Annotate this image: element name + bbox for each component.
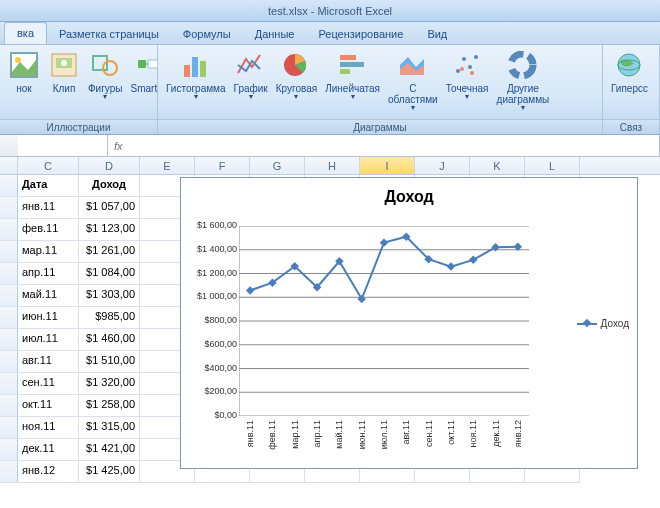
col-header-D[interactable]: D: [79, 157, 140, 174]
group-label-illustrations: Иллюстрации: [0, 119, 157, 134]
col-header-J[interactable]: J: [415, 157, 470, 174]
svg-rect-40: [357, 295, 365, 303]
tab-view[interactable]: Вид: [415, 24, 459, 44]
x-tick-label: окт.11: [446, 420, 456, 445]
ribbon-tabs: вка Разметка страницы Формулы Данные Рец…: [0, 22, 660, 45]
x-tick-label: авг.11: [401, 420, 411, 444]
dropdown-icon: ▾: [521, 105, 525, 111]
svg-point-6: [103, 61, 117, 75]
ribbon: нок Клип Фигуры ▾ SmartArt Иллюстрации Г…: [0, 45, 660, 135]
y-tick-label: $0,00: [181, 410, 237, 420]
svg-rect-13: [340, 55, 356, 60]
pie-chart-button[interactable]: Круговая ▾: [272, 47, 321, 102]
col-header-E[interactable]: E: [140, 157, 195, 174]
formula-bar: fx: [0, 135, 660, 157]
globe-icon: [613, 49, 645, 81]
y-tick-label: $1 000,00: [181, 291, 237, 301]
worksheet[interactable]: CDEFGHIJKL ДатаДоходянв.11$1 057,00фев.1…: [0, 157, 660, 508]
bar-chart-icon: [337, 49, 369, 81]
col-header-H[interactable]: H: [305, 157, 360, 174]
picture-button[interactable]: нок: [4, 47, 44, 96]
y-tick-label: $1 600,00: [181, 220, 237, 230]
y-tick-label: $600,00: [181, 339, 237, 349]
x-tick-label: янв.11: [245, 420, 255, 447]
line-chart-icon: [235, 49, 267, 81]
pie-chart-icon: [280, 49, 312, 81]
legend-label: Доход: [601, 318, 629, 329]
other-charts-icon: [507, 49, 539, 81]
smartart-button[interactable]: SmartArt: [126, 47, 158, 96]
clip-button[interactable]: Клип: [44, 47, 84, 96]
column-chart-icon: [180, 49, 212, 81]
other-charts-button[interactable]: Другие диаграммы ▾: [493, 47, 554, 113]
svg-rect-44: [447, 262, 455, 270]
tab-data[interactable]: Данные: [243, 24, 307, 44]
svg-rect-9: [184, 65, 190, 77]
column-chart-button[interactable]: Гистограмма ▾: [162, 47, 230, 102]
group-links: Гиперсс Связ: [603, 45, 660, 134]
col-header-I[interactable]: I: [360, 157, 415, 174]
x-tick-label: янв.12: [513, 420, 523, 447]
col-header-C[interactable]: C: [18, 157, 79, 174]
y-tick-label: $200,00: [181, 386, 237, 396]
group-label-charts: Диаграммы: [158, 119, 602, 134]
svg-point-21: [470, 71, 474, 75]
picture-icon: [8, 49, 40, 81]
col-header-K[interactable]: K: [470, 157, 525, 174]
svg-rect-35: [246, 286, 254, 294]
x-tick-label: сен.11: [424, 420, 434, 447]
col-header-G[interactable]: G: [250, 157, 305, 174]
x-tick-label: июл.11: [379, 420, 389, 449]
chart-legend: Доход: [577, 318, 629, 329]
svg-rect-14: [340, 62, 364, 67]
col-header-F[interactable]: F: [195, 157, 250, 174]
svg-point-20: [460, 67, 464, 71]
svg-rect-8: [148, 60, 158, 68]
svg-rect-41: [380, 238, 388, 246]
name-box[interactable]: [18, 135, 108, 156]
svg-rect-11: [200, 61, 206, 77]
svg-point-1: [15, 57, 21, 63]
svg-rect-45: [469, 256, 477, 264]
fx-icon: fx: [114, 140, 123, 152]
legend-marker-icon: [577, 319, 597, 329]
dropdown-icon: ▾: [294, 94, 298, 100]
smartart-icon: [134, 49, 158, 81]
tab-formulas[interactable]: Формулы: [171, 24, 243, 44]
dropdown-icon: ▾: [249, 94, 253, 100]
area-chart-button[interactable]: С областями ▾: [384, 47, 442, 113]
svg-point-22: [511, 54, 533, 76]
column-headers: CDEFGHIJKL: [0, 157, 660, 175]
embedded-chart[interactable]: Доход $0,00$200,00$400,00$600,00$800,00$…: [180, 177, 638, 469]
dropdown-icon: ▾: [411, 105, 415, 111]
shapes-button[interactable]: Фигуры ▾: [84, 47, 126, 102]
tab-review[interactable]: Рецензирование: [306, 24, 415, 44]
clip-icon: [48, 49, 80, 81]
shapes-icon: [89, 49, 121, 81]
x-tick-label: апр.11: [312, 420, 322, 447]
bar-chart-button[interactable]: Линейчатая ▾: [321, 47, 384, 102]
x-tick-label: июн.11: [357, 420, 367, 449]
x-tick-label: май.11: [334, 420, 344, 449]
x-tick-label: мар.11: [290, 420, 300, 449]
y-tick-label: $1 400,00: [181, 244, 237, 254]
tab-insert[interactable]: вка: [4, 22, 47, 44]
scatter-chart-button[interactable]: Точечная ▾: [442, 47, 493, 102]
svg-rect-7: [138, 60, 146, 68]
svg-point-18: [468, 65, 472, 69]
svg-point-16: [456, 69, 460, 73]
hyperlink-button[interactable]: Гиперсс: [607, 47, 652, 96]
dropdown-icon: ▾: [103, 94, 107, 100]
line-chart-button[interactable]: График ▾: [230, 47, 272, 102]
svg-rect-10: [192, 57, 198, 77]
tab-page-layout[interactable]: Разметка страницы: [47, 24, 171, 44]
col-header-L[interactable]: L: [525, 157, 580, 174]
group-illustrations: нок Клип Фигуры ▾ SmartArt Иллюстрации: [0, 45, 158, 134]
group-charts: Гистограмма ▾ График ▾ Круговая ▾ Линейч…: [158, 45, 603, 134]
svg-point-19: [474, 55, 478, 59]
formula-input[interactable]: fx: [108, 135, 660, 156]
x-tick-label: дек.11: [491, 420, 501, 447]
scatter-chart-icon: [451, 49, 483, 81]
chart-title: Доход: [181, 178, 637, 206]
y-tick-label: $400,00: [181, 363, 237, 373]
